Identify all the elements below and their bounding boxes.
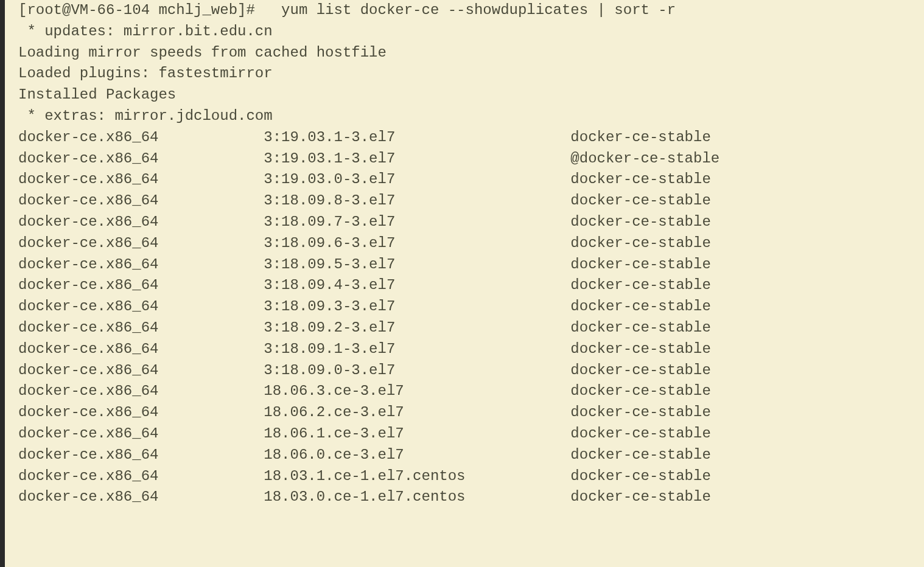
package-row: docker-ce.x86_6418.03.0.ce-1.el7.centosd…	[18, 487, 924, 508]
package-version: 3:18.09.8-3.el7	[264, 190, 570, 212]
package-version: 18.06.2.ce-3.el7	[264, 402, 570, 423]
package-repo: docker-ce-stable	[570, 318, 710, 339]
package-repo: docker-ce-stable	[570, 466, 710, 487]
package-repo: docker-ce-stable	[570, 127, 710, 148]
package-name: docker-ce.x86_64	[18, 318, 264, 339]
package-name: docker-ce.x86_64	[18, 254, 264, 276]
package-row: docker-ce.x86_643:18.09.7-3.el7docker-ce…	[18, 212, 924, 233]
package-row: docker-ce.x86_6418.06.3.ce-3.el7docker-c…	[18, 381, 924, 402]
package-version: 3:18.09.0-3.el7	[264, 360, 570, 381]
package-version: 3:18.09.6-3.el7	[264, 233, 570, 254]
package-name: docker-ce.x86_64	[18, 233, 264, 254]
output-line: * extras: mirror.jdcloud.com	[18, 106, 924, 127]
package-name: docker-ce.x86_64	[18, 339, 264, 360]
package-repo: docker-ce-stable	[570, 275, 710, 296]
package-repo: docker-ce-stable	[570, 487, 710, 508]
package-row: docker-ce.x86_6418.06.2.ce-3.el7docker-c…	[18, 402, 924, 423]
package-version: 3:19.03.1-3.el7	[264, 148, 570, 170]
package-repo: docker-ce-stable	[570, 190, 710, 212]
package-repo: docker-ce-stable	[570, 169, 710, 190]
package-row: docker-ce.x86_643:19.03.1-3.el7docker-ce…	[18, 127, 924, 148]
package-name: docker-ce.x86_64	[18, 148, 264, 170]
package-repo: docker-ce-stable	[570, 360, 710, 381]
package-row: docker-ce.x86_643:19.03.0-3.el7docker-ce…	[18, 169, 924, 190]
output-line: Loaded plugins: fastestmirror	[18, 63, 924, 85]
package-name: docker-ce.x86_64	[18, 466, 264, 487]
package-row: docker-ce.x86_643:18.09.8-3.el7docker-ce…	[18, 190, 924, 212]
package-name: docker-ce.x86_64	[18, 402, 264, 423]
package-version: 3:18.09.5-3.el7	[264, 254, 570, 276]
editor-gutter	[0, 0, 5, 567]
package-row: docker-ce.x86_6418.03.1.ce-1.el7.centosd…	[18, 466, 924, 487]
package-name: docker-ce.x86_64	[18, 212, 264, 233]
terminal-window[interactable]: [root@VM-66-104 mchlj_web]# yum list doc…	[0, 0, 924, 567]
package-name: docker-ce.x86_64	[18, 169, 264, 190]
package-version: 18.03.0.ce-1.el7.centos	[264, 487, 570, 508]
package-row: docker-ce.x86_643:18.09.4-3.el7docker-ce…	[18, 275, 924, 296]
package-version: 3:18.09.4-3.el7	[264, 275, 570, 296]
package-row: docker-ce.x86_643:18.09.2-3.el7docker-ce…	[18, 318, 924, 339]
package-repo: docker-ce-stable	[570, 296, 710, 318]
package-repo: docker-ce-stable	[570, 233, 710, 254]
package-repo: docker-ce-stable	[570, 381, 710, 402]
package-version: 3:18.09.3-3.el7	[264, 296, 570, 318]
package-repo: @docker-ce-stable	[570, 148, 719, 170]
package-repo: docker-ce-stable	[570, 254, 710, 276]
package-repo: docker-ce-stable	[570, 212, 710, 233]
package-version: 3:18.09.2-3.el7	[264, 318, 570, 339]
package-row: docker-ce.x86_6418.06.0.ce-3.el7docker-c…	[18, 445, 924, 466]
package-row: docker-ce.x86_643:18.09.3-3.el7docker-ce…	[18, 296, 924, 318]
package-repo: docker-ce-stable	[570, 339, 710, 360]
package-name: docker-ce.x86_64	[18, 487, 264, 508]
package-name: docker-ce.x86_64	[18, 190, 264, 212]
package-name: docker-ce.x86_64	[18, 296, 264, 318]
package-name: docker-ce.x86_64	[18, 275, 264, 296]
package-repo: docker-ce-stable	[570, 445, 710, 466]
package-row: docker-ce.x86_643:18.09.1-3.el7docker-ce…	[18, 339, 924, 360]
package-version: 18.06.3.ce-3.el7	[264, 381, 570, 402]
package-row: docker-ce.x86_643:18.09.6-3.el7docker-ce…	[18, 233, 924, 254]
package-version: 3:18.09.1-3.el7	[264, 339, 570, 360]
package-name: docker-ce.x86_64	[18, 423, 264, 445]
output-line: Installed Packages	[18, 85, 924, 106]
package-version: 3:19.03.0-3.el7	[264, 169, 570, 190]
package-row: docker-ce.x86_643:19.03.1-3.el7@docker-c…	[18, 148, 924, 170]
command-prompt-line: [root@VM-66-104 mchlj_web]# yum list doc…	[18, 0, 924, 21]
package-row: docker-ce.x86_6418.06.1.ce-3.el7docker-c…	[18, 423, 924, 445]
package-version: 18.03.1.ce-1.el7.centos	[264, 466, 570, 487]
package-repo: docker-ce-stable	[570, 402, 710, 423]
output-line: Loading mirror speeds from cached hostfi…	[18, 43, 924, 64]
package-name: docker-ce.x86_64	[18, 360, 264, 381]
package-name: docker-ce.x86_64	[18, 381, 264, 402]
output-line: * updates: mirror.bit.edu.cn	[18, 21, 924, 43]
package-name: docker-ce.x86_64	[18, 127, 264, 148]
package-repo: docker-ce-stable	[570, 423, 710, 445]
package-version: 3:18.09.7-3.el7	[264, 212, 570, 233]
package-version: 18.06.0.ce-3.el7	[264, 445, 570, 466]
package-row: docker-ce.x86_643:18.09.5-3.el7docker-ce…	[18, 254, 924, 276]
package-version: 18.06.1.ce-3.el7	[264, 423, 570, 445]
package-name: docker-ce.x86_64	[18, 445, 264, 466]
package-version: 3:19.03.1-3.el7	[264, 127, 570, 148]
package-row: docker-ce.x86_643:18.09.0-3.el7docker-ce…	[18, 360, 924, 381]
